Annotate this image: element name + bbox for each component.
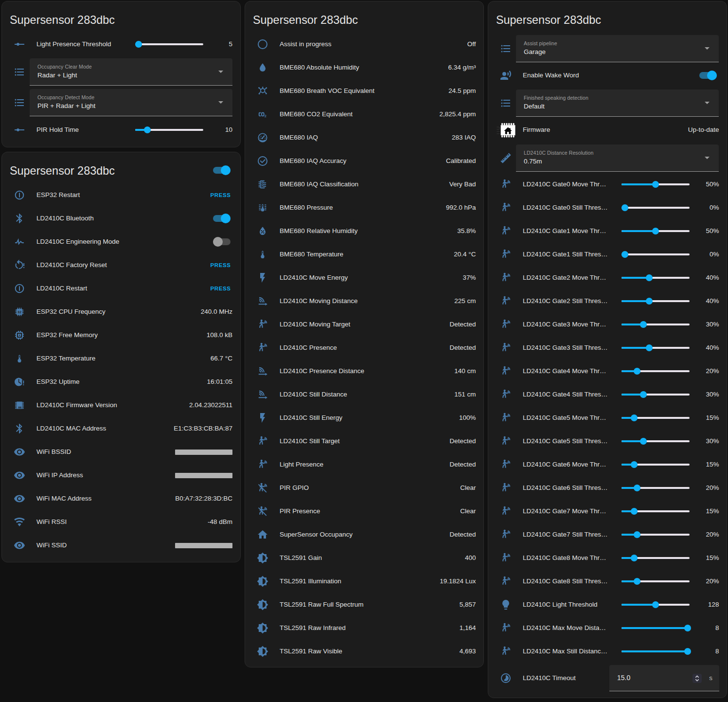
svg-text:32: 32 [18, 310, 21, 314]
svg-text:2: 2 [265, 114, 266, 118]
